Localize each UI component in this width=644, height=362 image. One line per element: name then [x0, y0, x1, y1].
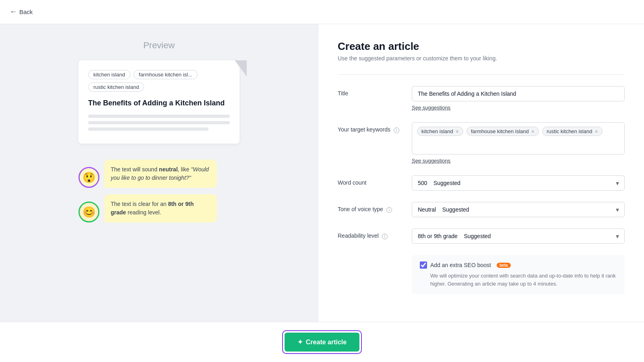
seo-boost-beta-badge: beta	[497, 263, 511, 268]
avatar-neutral: 😲	[78, 167, 99, 188]
preview-keyword-tags: kitchen island farmhouse kitchen isl... …	[88, 70, 230, 92]
word-count-field-row: Word count 500 Suggested 750 1000 1500 2…	[338, 175, 625, 191]
seo-boost-description: We will optimize your content with searc…	[430, 272, 617, 288]
tone-field-row: Tone of voice type i Neutral Suggested F…	[338, 202, 625, 217]
preview-line-3	[88, 128, 208, 131]
keyword-chip-2-close[interactable]: ×	[531, 129, 535, 134]
readability-control: 8th or 9th grade Suggested 5th or 6th gr…	[412, 228, 625, 244]
tone-info-icon[interactable]: i	[386, 207, 392, 213]
keyword-chip-1-text: kitchen island	[421, 128, 453, 134]
preview-tag-2: farmhouse kitchen isl...	[134, 70, 198, 79]
seo-boost-section: Add an extra SEO boost beta We will opti…	[412, 255, 625, 294]
main-layout: Preview kitchen island farmhouse kitchen…	[0, 24, 644, 362]
preview-panel: Preview kitchen island farmhouse kitchen…	[0, 24, 318, 362]
readability-select[interactable]: 8th or 9th grade Suggested 5th or 6th gr…	[412, 228, 625, 244]
keywords-field-row: Your target keywords i kitchen island × …	[338, 122, 625, 164]
tone-select[interactable]: Neutral Suggested Formal Casual Confiden…	[412, 202, 625, 217]
word-count-select-wrapper: 500 Suggested 750 1000 1500 2000	[412, 175, 625, 191]
chat-bubble-readability: The text is clear for an 8th or 9th grad…	[104, 194, 217, 222]
tone-control: Neutral Suggested Formal Casual Confiden…	[412, 202, 625, 217]
word-count-select[interactable]: 500 Suggested 750 1000 1500 2000	[412, 175, 625, 191]
preview-line-1	[88, 115, 230, 118]
seo-boost-header: Add an extra SEO boost beta	[420, 261, 617, 269]
keywords-see-suggestions[interactable]: See suggestions	[412, 158, 450, 164]
back-button[interactable]: ← Back	[10, 8, 33, 16]
preview-line-2	[88, 121, 230, 124]
keywords-box[interactable]: kitchen island × farmhouse kitchen islan…	[412, 122, 625, 154]
word-count-control: 500 Suggested 750 1000 1500 2000	[412, 175, 625, 191]
keywords-info-icon[interactable]: i	[394, 128, 399, 133]
title-input[interactable]	[412, 86, 625, 101]
preview-card: kitchen island farmhouse kitchen isl... …	[78, 60, 239, 144]
page-subtitle: Use the suggested parameters or customiz…	[338, 55, 625, 62]
create-btn-icon: ✦	[297, 338, 303, 346]
chat-area: 😲 The text will sound neutral, like "Wou…	[78, 160, 239, 222]
title-control: See suggestions	[412, 86, 625, 111]
preview-tag-3: rustic kitchen island	[88, 82, 144, 92]
title-see-suggestions[interactable]: See suggestions	[412, 105, 450, 111]
right-panel: Create an article Use the suggested para…	[318, 24, 644, 362]
create-button-area: ✦ Create article	[0, 322, 644, 362]
keyword-chip-3-close[interactable]: ×	[594, 129, 598, 134]
chat-bubble-neutral-row: 😲 The text will sound neutral, like "Wou…	[78, 160, 239, 188]
create-article-button[interactable]: ✦ Create article	[285, 333, 359, 352]
chat-bubble-neutral: The text will sound neutral, like "Would…	[104, 160, 217, 188]
avatar-readability: 😊	[78, 202, 99, 222]
seo-boost-row: Add an extra SEO boost beta We will opti…	[412, 255, 625, 294]
readability-info-icon[interactable]: i	[382, 234, 388, 239]
keyword-chip-2: farmhouse kitchen island ×	[466, 127, 539, 136]
keywords-control: kitchen island × farmhouse kitchen islan…	[412, 122, 625, 164]
create-btn-label: Create article	[306, 339, 347, 346]
preview-article-title: The Benefits of Adding a Kitchen Island	[88, 98, 230, 108]
readability-label: Readability level i	[338, 228, 402, 239]
divider	[338, 74, 625, 75]
readability-select-wrapper: 8th or 9th grade Suggested 5th or 6th gr…	[412, 228, 625, 244]
top-nav: ← Back	[0, 0, 644, 24]
keyword-chip-1: kitchen island ×	[417, 127, 463, 136]
keyword-chip-1-close[interactable]: ×	[456, 129, 459, 134]
preview-label: Preview	[143, 40, 175, 51]
tone-label: Tone of voice type i	[338, 202, 402, 213]
seo-boost-checkbox[interactable]	[420, 261, 427, 269]
seo-boost-label: Add an extra SEO boost	[430, 262, 491, 268]
back-label: Back	[19, 8, 33, 15]
tone-select-wrapper: Neutral Suggested Formal Casual Confiden…	[412, 202, 625, 217]
page-title: Create an article	[338, 40, 625, 53]
title-field-row: Title See suggestions	[338, 86, 625, 111]
title-label: Title	[338, 86, 402, 97]
keyword-chip-2-text: farmhouse kitchen island	[471, 128, 529, 134]
keyword-chip-3: rustic kitchen island ×	[542, 127, 603, 136]
readability-field-row: Readability level i 8th or 9th grade Sug…	[338, 228, 625, 244]
keywords-label: Your target keywords i	[338, 122, 402, 133]
preview-tag-1: kitchen island	[88, 70, 130, 79]
keyword-chip-3-text: rustic kitchen island	[547, 128, 592, 134]
chat-bubble-readability-row: 😊 The text is clear for an 8th or 9th gr…	[78, 194, 239, 222]
create-button-wrapper: ✦ Create article	[282, 330, 362, 354]
word-count-label: Word count	[338, 175, 402, 186]
page-corner-decoration	[235, 60, 247, 76]
back-arrow-icon: ←	[10, 8, 17, 16]
